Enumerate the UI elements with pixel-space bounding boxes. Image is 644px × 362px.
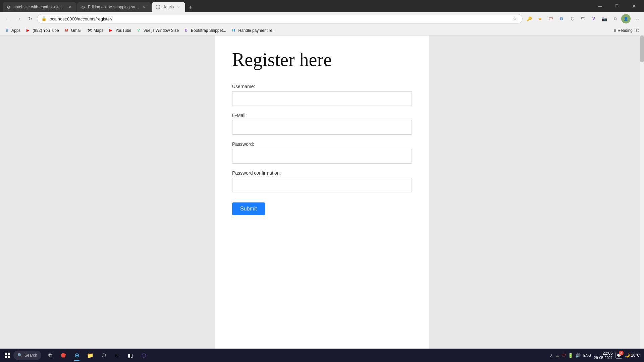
tab3-title: Hotels [162, 5, 174, 9]
browser-menu[interactable]: ⋯ [632, 14, 641, 23]
bookmark-youtube[interactable]: ▶ YouTube [107, 27, 134, 34]
email-group: E-Mail: [232, 113, 412, 135]
sound-icon[interactable]: 🔊 [575, 353, 581, 358]
tab1-close[interactable]: ✕ [67, 4, 72, 10]
register-card: Register here Username: E-Mail: Password… [215, 36, 429, 349]
youtube-icon-2: ▶ [109, 28, 114, 33]
register-form: Username: E-Mail: Password: Password con… [232, 84, 412, 215]
tab1-title: hotel-site-with-chatbot-django- [13, 5, 65, 9]
page-content: Register here Username: E-Mail: Password… [0, 36, 644, 349]
bookmark-gmail[interactable]: M Gmail [62, 27, 84, 34]
windows-start-icon [5, 353, 10, 358]
close-button[interactable]: ✕ [626, 0, 641, 12]
taskbar-edge[interactable]: ⊕ [71, 349, 83, 361]
minimize-button[interactable]: — [592, 0, 608, 12]
url-text: localhost:8000/accounts/register/ [49, 16, 511, 21]
notification-center[interactable]: 💬 3 [615, 352, 622, 359]
bookmark-youtube-label: YouTube [115, 28, 131, 33]
scroll-thumb[interactable] [640, 36, 644, 62]
address-bar[interactable]: 🔒 localhost:8000/accounts/register/ ☆ [37, 14, 523, 23]
back-button[interactable]: ← [3, 14, 12, 23]
clock-date: 29-05-2021 [594, 356, 613, 360]
nav-bar: ← → ↻ 🔒 localhost:8000/accounts/register… [0, 12, 644, 25]
email-input[interactable] [232, 120, 412, 135]
search-magnifier-icon: 🔍 [17, 353, 22, 358]
taskbar-search-bar[interactable]: 🔍 Search [13, 351, 41, 360]
password-confirm-label: Password confirmation: [232, 170, 412, 176]
security-icon[interactable]: 🛡 [561, 353, 566, 358]
search-text: Search [24, 353, 37, 358]
register-title: Register here [232, 49, 412, 70]
clock[interactable]: 22:06 29-05-2021 [594, 351, 613, 360]
tabs-area: ⚙ hotel-site-with-chatbot-django- ✕ ⚙ Ed… [3, 0, 592, 12]
title-bar: ⚙ hotel-site-with-chatbot-django- ✕ ⚙ Ed… [0, 0, 644, 12]
taskbar-dell[interactable]: ⬡ [98, 349, 110, 361]
extension-shield[interactable]: 🛡 [578, 14, 588, 23]
youtube-icon-1: ▶ [26, 28, 31, 33]
taskbar-terminal[interactable]: ▮▯ [124, 349, 137, 361]
address-bar-icons: ☆ [513, 16, 518, 21]
battery-icon[interactable]: 🔋 [568, 353, 573, 358]
extension-g[interactable]: G [557, 14, 566, 23]
maps-icon: 🗺 [88, 28, 92, 33]
bootstrap-icon: B [185, 28, 190, 33]
extension-c[interactable]: Ç [568, 14, 577, 23]
tab2-close[interactable]: ✕ [142, 4, 147, 10]
username-input[interactable] [232, 91, 412, 106]
taskbar-system-tray: ∧ ☁ 🛡 🔋 🔊 ENG 22:06 29-05-2021 💬 3 🌙 26°… [550, 351, 643, 360]
password-label: Password: [232, 141, 412, 147]
language-indicator[interactable]: ENG [583, 353, 591, 357]
submit-button[interactable]: Submit [232, 202, 265, 215]
reading-list-icon: ≡ [614, 28, 616, 33]
weather-widget[interactable]: 🌙 26°C [625, 353, 640, 358]
bookmark-payment[interactable]: H Handle payment re... [230, 27, 278, 34]
bookmark-youtube-992[interactable]: ▶ (992) YouTube [24, 27, 61, 34]
password-group: Password: [232, 141, 412, 164]
bookmark-bootstrap[interactable]: B Bootstrap Snippet... [182, 27, 229, 34]
scrollbar[interactable] [640, 36, 644, 349]
lock-icon: 🔒 [41, 16, 47, 21]
vuejs-icon: V [138, 28, 142, 33]
bookmark-vuejs-label: Vue.js Window Size [144, 28, 179, 33]
taskbar-file-explorer[interactable]: 📁 [84, 349, 96, 361]
taskbar-start[interactable] [1, 349, 13, 361]
password-confirm-input[interactable] [232, 178, 412, 192]
star-icon[interactable]: ☆ [513, 16, 518, 21]
taskbar-taskview[interactable]: ⧉ [44, 349, 56, 361]
favorites-icon[interactable]: ★ [535, 14, 545, 23]
onedrive-icon[interactable]: ☁ [555, 353, 559, 358]
browser-window: ⚙ hotel-site-with-chatbot-django- ✕ ⚙ Ed… [0, 0, 644, 349]
tab3-close[interactable]: ✕ [176, 4, 181, 10]
vpn-icon[interactable]: 🔑 [525, 14, 534, 23]
extension-v[interactable]: V [589, 14, 598, 23]
tab-hotels[interactable]: Hotels ✕ [152, 2, 185, 12]
tab-hotel-chatbot[interactable]: ⚙ hotel-site-with-chatbot-django- ✕ [3, 2, 76, 12]
chevron-up-icon[interactable]: ∧ [550, 353, 553, 358]
profile-avatar[interactable]: 👤 [621, 14, 631, 23]
email-label: E-Mail: [232, 113, 412, 118]
window-controls: — ❐ ✕ [592, 0, 641, 12]
adblock-icon[interactable]: 🛡 [546, 14, 555, 23]
extensions-button[interactable]: ⧉ [610, 14, 620, 23]
taskbar-visual-studio[interactable]: ⬡ [138, 349, 150, 361]
reading-list-button[interactable]: ≡ Reading list [611, 27, 641, 34]
tab2-title: Editing online-shopping-system- [88, 5, 140, 9]
bookmark-vuejs[interactable]: V Vue.js Window Size [135, 27, 182, 34]
maximize-button[interactable]: ❐ [609, 0, 625, 12]
apps-grid-icon: ⊞ [5, 28, 10, 33]
taskbar-chrome[interactable]: ◎ [111, 349, 123, 361]
tab-online-shopping[interactable]: ⚙ Editing online-shopping-system- ✕ [77, 2, 151, 12]
bookmark-maps[interactable]: 🗺 Maps [85, 27, 106, 34]
username-label: Username: [232, 84, 412, 89]
reload-button[interactable]: ↻ [25, 14, 35, 23]
password-input[interactable] [232, 149, 412, 164]
taskbar-office[interactable]: ⬟ [57, 349, 69, 361]
password-confirm-group: Password confirmation: [232, 170, 412, 192]
forward-button[interactable]: → [14, 14, 23, 23]
taskbar-app-icons: ⧉ ⬟ ⊕ 📁 ⬡ ◎ ▮▯ ⬡ [44, 349, 150, 361]
clock-time: 22:06 [594, 351, 613, 356]
bookmark-apps-label: Apps [11, 28, 20, 33]
new-tab-button[interactable]: + [186, 3, 195, 12]
extension-screen[interactable]: 📷 [600, 14, 609, 23]
bookmark-apps[interactable]: ⊞ Apps [3, 27, 23, 34]
